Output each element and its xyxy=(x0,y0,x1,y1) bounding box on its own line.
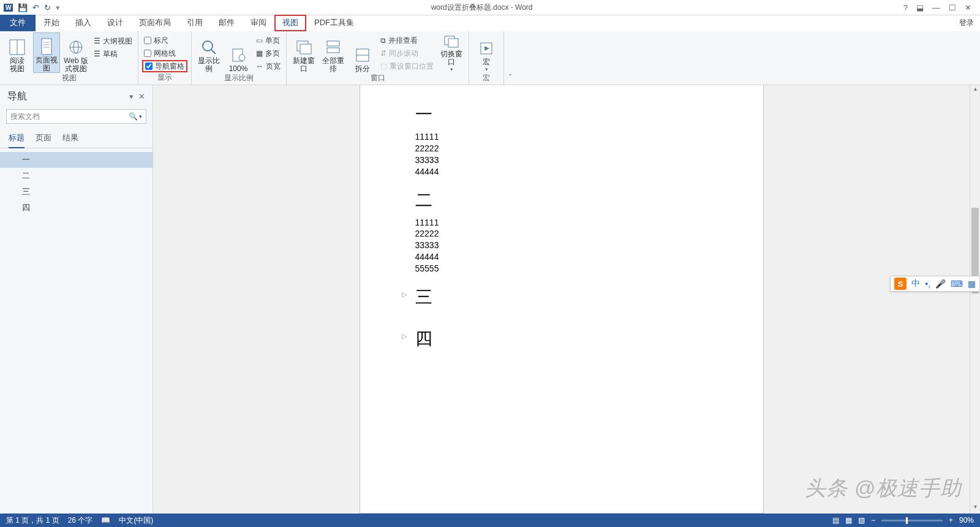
tab-file[interactable]: 文件 xyxy=(0,15,36,31)
gridlines-checkbox[interactable]: 网格线 xyxy=(142,47,187,59)
ime-lang[interactable]: 中 xyxy=(911,278,920,289)
body-text[interactable]: 33333 xyxy=(415,154,708,166)
zoom-100-label: 100% xyxy=(229,65,248,73)
heading[interactable]: 一 xyxy=(415,103,708,126)
gridlines-label: 网格线 xyxy=(154,48,176,59)
view-side-by-side-button[interactable]: ⧉并排查看 xyxy=(379,34,435,47)
redo-icon[interactable]: ↻ xyxy=(44,3,51,12)
tab-layout[interactable]: 页面布局 xyxy=(131,15,179,31)
read-mode-view-icon[interactable]: ▤ xyxy=(832,516,839,525)
nav-tab-pages[interactable]: 页面 xyxy=(36,132,51,148)
minimize-icon[interactable]: — xyxy=(932,3,940,12)
collapse-triangle-icon[interactable]: ▷ xyxy=(402,290,407,298)
page-view-button[interactable]: 页面视图 xyxy=(33,32,60,73)
page-width-button[interactable]: ↔页宽 xyxy=(254,60,282,72)
zoom-slider[interactable] xyxy=(881,520,943,521)
proofing-icon[interactable]: 📖 xyxy=(101,516,110,525)
zoom-slider-thumb[interactable] xyxy=(906,517,908,524)
nav-tab-headings[interactable]: 标题 xyxy=(9,132,24,148)
ribbon-opts-icon[interactable]: ⬓ xyxy=(916,3,924,12)
reset-window-button: ⬚重设窗口位置 xyxy=(379,60,435,72)
tab-pdf-tools[interactable]: PDF工具集 xyxy=(306,15,362,31)
body-text[interactable]: 22222 xyxy=(415,228,708,240)
nav-item[interactable]: 三 xyxy=(0,184,153,200)
ime-toolbar[interactable]: S 中 •, 🎤 ⌨ ▦ xyxy=(890,276,980,292)
body-text[interactable]: 11111 xyxy=(415,131,708,143)
search-dropdown-icon[interactable]: ▾ xyxy=(139,113,142,119)
tab-insert[interactable]: 插入 xyxy=(67,15,99,31)
nav-tab-results[interactable]: 结果 xyxy=(62,132,78,148)
heading[interactable]: 三 xyxy=(415,286,708,309)
maximize-icon[interactable]: ☐ xyxy=(949,3,956,12)
new-window-button[interactable]: 新建窗口 xyxy=(290,32,317,73)
one-page-icon: ▭ xyxy=(256,36,263,45)
heading[interactable]: 四 xyxy=(415,327,708,351)
zoom-100-icon xyxy=(229,46,247,64)
document-page[interactable]: 一 11111 22222 33333 44444 二 11111 22222 … xyxy=(360,85,764,514)
undo-icon[interactable]: ↶ xyxy=(32,3,39,12)
web-layout-icon xyxy=(67,38,85,56)
body-text[interactable]: 44444 xyxy=(415,166,708,178)
collapse-triangle-icon[interactable]: ▷ xyxy=(402,332,407,340)
status-word-count[interactable]: 26 个字 xyxy=(68,515,93,526)
body-text[interactable]: 55555 xyxy=(415,263,708,275)
search-icon[interactable]: 🔍 xyxy=(129,112,138,121)
ime-keyboard-icon[interactable]: ⌨ xyxy=(951,279,963,289)
split-button[interactable]: 拆分 xyxy=(349,32,376,73)
nav-options-icon[interactable]: ▾ xyxy=(129,92,134,101)
nav-item[interactable]: 一 xyxy=(0,152,153,168)
document-area[interactable]: 一 11111 22222 33333 44444 二 11111 22222 … xyxy=(153,85,970,514)
nav-search-input[interactable]: 搜索文档 🔍▾ xyxy=(6,109,146,124)
ime-punct-icon[interactable]: •, xyxy=(925,279,930,289)
read-mode-button[interactable]: 阅读 视图 xyxy=(4,32,31,73)
status-page[interactable]: 第 1 页，共 1 页 xyxy=(6,515,59,526)
navigation-pane-checkbox[interactable]: 导航窗格 xyxy=(142,60,187,72)
vertical-scrollbar[interactable]: ▴ ▾ xyxy=(970,85,980,514)
draft-view-button[interactable]: ☰草稿 xyxy=(92,48,134,60)
web-layout-view-icon[interactable]: ▧ xyxy=(858,516,865,525)
scroll-up-icon[interactable]: ▴ xyxy=(970,85,980,96)
tab-home[interactable]: 开始 xyxy=(36,15,67,31)
ime-voice-icon[interactable]: 🎤 xyxy=(935,279,946,289)
nav-item[interactable]: 四 xyxy=(0,200,153,216)
switch-window-button[interactable]: 切换窗口▾ xyxy=(438,32,465,73)
scroll-down-icon[interactable]: ▾ xyxy=(970,503,980,514)
nav-tabs: 标题 页面 结果 xyxy=(0,127,153,148)
body-text[interactable]: 22222 xyxy=(415,143,708,154)
tab-mailings[interactable]: 邮件 xyxy=(211,15,243,31)
web-layout-button[interactable]: Web 版式视图 xyxy=(62,32,89,73)
macro-button[interactable]: 宏▾ xyxy=(473,32,500,73)
nav-item[interactable]: 二 xyxy=(0,168,153,184)
zoom-level[interactable]: 90% xyxy=(959,516,974,525)
zoom-100-button[interactable]: 100% xyxy=(225,32,252,73)
print-layout-view-icon[interactable]: ▦ xyxy=(845,516,852,525)
zoom-in-icon[interactable]: + xyxy=(949,516,953,525)
body-text[interactable]: 33333 xyxy=(415,240,708,251)
one-page-button[interactable]: ▭单页 xyxy=(254,34,282,47)
close-icon[interactable]: ✕ xyxy=(965,3,971,12)
help-icon[interactable]: ? xyxy=(903,3,908,12)
heading[interactable]: 二 xyxy=(415,189,708,212)
nav-close-icon[interactable]: ✕ xyxy=(138,92,145,101)
svg-point-9 xyxy=(203,41,213,51)
side-by-side-icon: ⧉ xyxy=(380,36,386,45)
arrange-all-button[interactable]: 全部重排 xyxy=(320,32,347,73)
tab-references[interactable]: 引用 xyxy=(179,15,211,31)
body-text[interactable]: 44444 xyxy=(415,251,708,263)
ime-menu-icon[interactable]: ▦ xyxy=(968,279,976,289)
login-link[interactable]: 登录 xyxy=(959,18,974,28)
zoom-button[interactable]: 显示比例 xyxy=(195,32,222,73)
status-language[interactable]: 中文(中国) xyxy=(119,515,153,526)
outline-view-button[interactable]: ☰大纲视图 xyxy=(92,35,134,47)
multi-page-button[interactable]: ▦多页 xyxy=(254,47,282,59)
tab-view[interactable]: 视图 xyxy=(274,15,306,31)
sogou-logo-icon[interactable]: S xyxy=(894,278,907,290)
save-icon[interactable]: 💾 xyxy=(18,3,28,12)
tab-review[interactable]: 审阅 xyxy=(243,15,274,31)
tab-design[interactable]: 设计 xyxy=(99,15,131,31)
qat-more-icon[interactable]: ▾ xyxy=(56,3,60,12)
ribbon-collapse-button[interactable]: ˆ xyxy=(504,31,516,85)
zoom-out-icon[interactable]: − xyxy=(871,516,875,525)
ruler-checkbox[interactable]: 标尺 xyxy=(142,34,187,47)
body-text[interactable]: 11111 xyxy=(415,217,708,229)
